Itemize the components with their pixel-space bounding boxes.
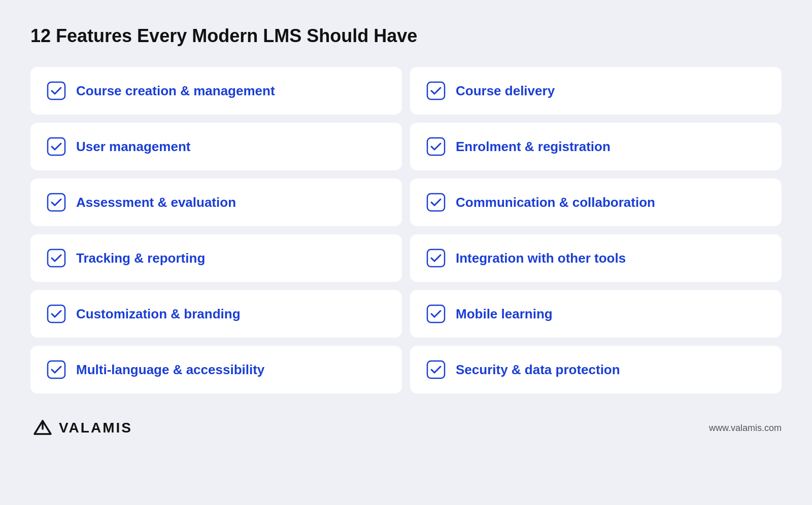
checkbox-icon-8 (426, 248, 446, 268)
checkbox-icon-4 (426, 137, 446, 156)
feature-label-12: Security & data protection (456, 362, 620, 378)
feature-card-2: Course delivery (410, 67, 782, 115)
feature-card-5: Assessment & evaluation (30, 178, 402, 226)
feature-label-8: Integration with other tools (456, 250, 626, 266)
feature-label-9: Customization & branding (76, 306, 241, 322)
svg-rect-5 (427, 194, 445, 211)
svg-rect-7 (427, 249, 445, 267)
feature-card-9: Customization & branding (30, 290, 402, 338)
logo-text: VALAMIS (59, 420, 132, 436)
features-grid: Course creation & management Course deli… (30, 67, 782, 393)
feature-card-7: Tracking & reporting (30, 234, 402, 282)
footer: VALAMIS www.valamis.com (30, 419, 782, 437)
logo: VALAMIS (30, 419, 132, 437)
website-url: www.valamis.com (709, 423, 782, 434)
svg-rect-3 (427, 138, 445, 155)
feature-label-10: Mobile learning (456, 306, 553, 322)
checkbox-icon-9 (47, 304, 66, 323)
checkbox-icon-2 (426, 81, 446, 100)
page-container: 12 Features Every Modern LMS Should Have… (0, 0, 812, 505)
checkbox-icon-7 (47, 248, 66, 268)
checkbox-icon-5 (47, 193, 66, 212)
svg-rect-4 (48, 194, 65, 211)
feature-card-3: User management (30, 123, 402, 170)
checkbox-icon-11 (47, 360, 66, 379)
svg-rect-8 (48, 305, 65, 322)
feature-label-2: Course delivery (456, 83, 555, 99)
svg-rect-1 (427, 82, 445, 99)
checkbox-icon-10 (426, 304, 446, 323)
feature-label-11: Multi-language & accessibility (76, 362, 264, 378)
feature-label-5: Assessment & evaluation (76, 195, 236, 210)
feature-card-4: Enrolment & registration (410, 123, 782, 170)
feature-card-10: Mobile learning (410, 290, 782, 338)
checkbox-icon-1 (47, 81, 66, 100)
feature-card-6: Communication & collaboration (410, 178, 782, 226)
svg-rect-6 (48, 249, 65, 267)
checkbox-icon-12 (426, 360, 446, 379)
feature-label-3: User management (76, 139, 190, 155)
svg-rect-2 (48, 138, 65, 155)
feature-card-1: Course creation & management (30, 67, 402, 115)
page-title: 12 Features Every Modern LMS Should Have (30, 25, 782, 47)
svg-rect-9 (427, 305, 445, 322)
checkbox-icon-6 (426, 193, 446, 212)
feature-card-11: Multi-language & accessibility (30, 346, 402, 393)
feature-card-8: Integration with other tools (410, 234, 782, 282)
feature-card-12: Security & data protection (410, 346, 782, 393)
checkbox-icon-3 (47, 137, 66, 156)
feature-label-7: Tracking & reporting (76, 250, 205, 266)
svg-rect-11 (427, 361, 445, 378)
svg-rect-10 (48, 361, 65, 378)
svg-rect-0 (48, 82, 65, 99)
feature-label-4: Enrolment & registration (456, 139, 611, 155)
logo-icon (30, 419, 55, 437)
feature-label-6: Communication & collaboration (456, 195, 655, 210)
feature-label-1: Course creation & management (76, 83, 275, 99)
